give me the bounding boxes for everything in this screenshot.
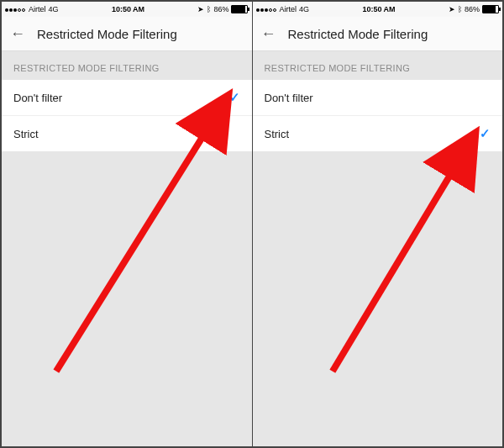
location-icon: ➤ [449, 5, 455, 13]
checkmark-icon: ✓ [480, 126, 491, 141]
clock-label: 10:50 AM [112, 5, 144, 13]
signal-dots-icon [5, 5, 26, 13]
bluetooth-icon: ᛒ [458, 5, 462, 13]
section-header: RESTRICTED MODE FILTERING [2, 51, 252, 80]
back-arrow-icon[interactable]: ← [10, 25, 25, 43]
screenshot-right: Airtel 4G 10:50 AM ➤ ᛒ 86% ← Restricted … [252, 2, 503, 446]
bluetooth-icon: ᛒ [207, 5, 211, 13]
section-header: RESTRICTED MODE FILTERING [253, 51, 503, 80]
battery-icon [231, 5, 248, 13]
signal-dots-icon [256, 5, 277, 13]
options-list: Don't filter Strict ✓ [253, 80, 503, 151]
option-strict[interactable]: Strict ✓ [253, 116, 503, 151]
network-label: 4G [49, 5, 59, 13]
checkmark-icon: ✓ [229, 90, 240, 105]
back-arrow-icon[interactable]: ← [261, 25, 276, 43]
page-title: Restricted Mode Filtering [288, 27, 428, 41]
status-bar: Airtel 4G 10:50 AM ➤ ᛒ 86% [2, 2, 252, 17]
page-title: Restricted Mode Filtering [37, 27, 177, 41]
screenshot-left: Airtel 4G 10:50 AM ➤ ᛒ 86% ← Restricted … [2, 2, 252, 446]
location-icon: ➤ [197, 5, 204, 13]
option-label: Strict [265, 128, 290, 140]
network-label: 4G [299, 5, 309, 13]
carrier-label: Airtel [280, 5, 297, 13]
battery-icon [482, 5, 499, 13]
carrier-label: Airtel [29, 5, 46, 13]
options-list: Don't filter ✓ Strict [2, 80, 252, 151]
option-label: Don't filter [265, 92, 313, 104]
option-strict[interactable]: Strict [2, 116, 252, 151]
option-label: Strict [13, 128, 39, 140]
battery-pct-label: 86% [213, 5, 228, 13]
app-header: ← Restricted Mode Filtering [253, 17, 503, 51]
option-label: Don't filter [13, 92, 62, 104]
app-header: ← Restricted Mode Filtering [2, 17, 252, 51]
option-dont-filter[interactable]: Don't filter [253, 80, 503, 116]
status-bar: Airtel 4G 10:50 AM ➤ ᛒ 86% [253, 2, 503, 17]
clock-label: 10:50 AM [362, 5, 395, 13]
option-dont-filter[interactable]: Don't filter ✓ [2, 80, 252, 116]
battery-pct-label: 86% [465, 5, 480, 13]
